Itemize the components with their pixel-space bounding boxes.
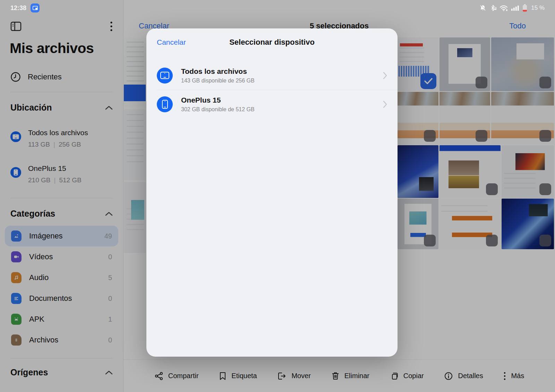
chevron-right-icon xyxy=(383,101,387,108)
device-name: OnePlus 15 xyxy=(181,96,375,104)
dialog-title: Seleccionar dispositivo xyxy=(146,38,398,47)
device-row-oneplus-15[interactable]: OnePlus 15 302 GB disponible de 512 GB xyxy=(146,90,398,119)
phone-icon xyxy=(157,96,173,112)
dialog-header: Cancelar Seleccionar dispositivo xyxy=(146,28,398,58)
select-device-dialog: Cancelar Seleccionar dispositivo Todos l… xyxy=(146,28,398,357)
device-name: Todos los archivos xyxy=(181,67,375,76)
device-storage: 302 GB disponible de 512 GB xyxy=(181,106,375,113)
tablet-icon xyxy=(157,68,173,84)
chevron-right-icon xyxy=(383,72,387,79)
device-storage: 143 GB disponible de 256 GB xyxy=(181,78,375,84)
device-list: Todos los archivos 143 GB disponible de … xyxy=(146,61,398,119)
device-row-all-files[interactable]: Todos los archivos 143 GB disponible de … xyxy=(146,61,398,90)
